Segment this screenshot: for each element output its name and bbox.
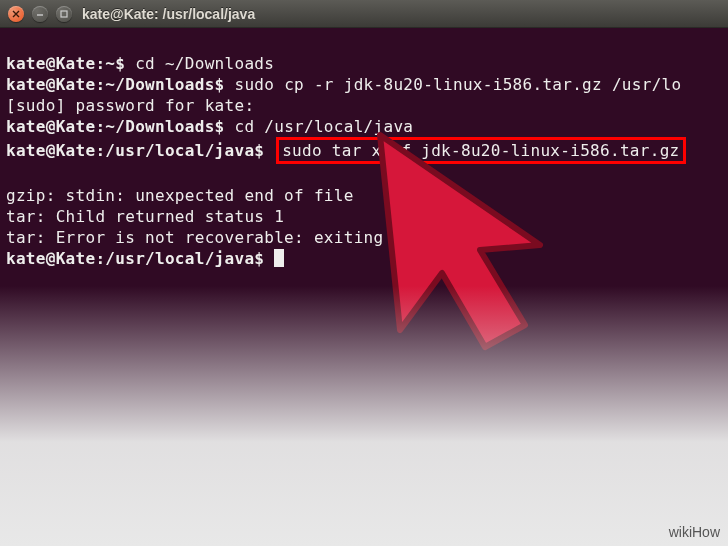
minimize-button[interactable] (32, 6, 48, 22)
bottom-fade (0, 286, 728, 546)
close-button[interactable] (8, 6, 24, 22)
output-line: gzip: stdin: unexpected end of file (6, 186, 354, 205)
terminal-body[interactable]: kate@Kate:~$ cd ~/Downloads kate@Kate:~/… (0, 28, 728, 294)
cursor (274, 249, 284, 267)
svg-rect-0 (61, 11, 67, 17)
minimize-icon (36, 10, 44, 18)
maximize-button[interactable] (56, 6, 72, 22)
terminal-window: kate@Kate: /usr/local/java kate@Kate:~$ … (0, 0, 728, 546)
output-line: [sudo] password for kate: (6, 96, 254, 115)
output-line: tar: Error is not recoverable: exiting n… (6, 228, 423, 247)
command-text: sudo tar xvzf jdk-8u20-linux-i586.tar.gz (282, 141, 679, 160)
maximize-icon (60, 10, 68, 18)
command-text: sudo cp -r jdk-8u20-linux-i586.tar.gz /u… (234, 75, 681, 94)
highlight-box: sudo tar xvzf jdk-8u20-linux-i586.tar.gz (276, 137, 685, 164)
prompt: kate@Kate:/usr/local/java$ (6, 249, 274, 268)
watermark: wikiHow (669, 524, 720, 540)
command-text: cd ~/Downloads (135, 54, 274, 73)
prompt: kate@Kate:/usr/local/java$ (6, 141, 274, 160)
close-icon (12, 10, 20, 18)
prompt: kate@Kate:~$ (6, 54, 135, 73)
window-controls (8, 6, 72, 22)
title-bar: kate@Kate: /usr/local/java (0, 0, 728, 28)
window-title: kate@Kate: /usr/local/java (82, 6, 255, 22)
prompt: kate@Kate:~/Downloads$ (6, 117, 234, 136)
command-text: cd /usr/local/java (234, 117, 413, 136)
prompt: kate@Kate:~/Downloads$ (6, 75, 234, 94)
output-line: tar: Child returned status 1 (6, 207, 284, 226)
